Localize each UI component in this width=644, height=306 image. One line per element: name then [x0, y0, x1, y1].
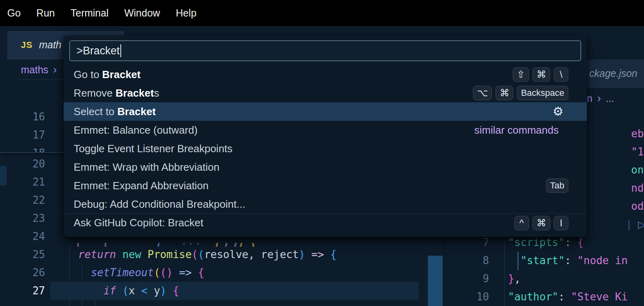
command-query-text: >Bracket: [76, 45, 120, 57]
command-label: Go to Bracket: [74, 68, 509, 81]
code-line: 25 return new Promise((resolve, reject) …: [0, 246, 444, 264]
keybinding-key-cmd: ⌘: [533, 216, 550, 230]
menu-item-go[interactable]: Go: [7, 7, 21, 19]
command-item[interactable]: Emmet: Balance (outward)similar commands: [64, 121, 587, 139]
command-label: Remove Brackets: [74, 87, 469, 99]
line-number: 25: [0, 246, 50, 264]
command-label: Emmet: Balance (outward): [74, 124, 475, 136]
code-line: 26 setTimeout(() => {: [0, 264, 444, 282]
command-item[interactable]: Emmet: Wrap with Abbreviation: [64, 158, 587, 176]
command-label: Debug: Add Conditional Breakpoint...: [74, 198, 568, 211]
command-item[interactable]: Toggle Event Listener Breakpoints: [64, 139, 587, 158]
keybinding-key-cmd: ⌘: [495, 86, 513, 100]
command-label: Toggle Event Listener Breakpoints: [74, 143, 568, 155]
line-number: 10: [445, 288, 489, 306]
line-number: 27: [0, 282, 50, 300]
command-label: Ask GitHub Copilot: Bracket: [74, 217, 511, 229]
keybinding-key-backslash: \: [554, 67, 568, 82]
code-line: 27 if (x < y) {: [0, 282, 444, 300]
command-item[interactable]: Remove Brackets⌥⌘Backspace: [64, 84, 587, 102]
clipped-glyph: [105, 243, 106, 247]
sticky-line-number: 18: [0, 144, 50, 153]
divider: [18, 79, 66, 80]
tab-label: math: [39, 39, 62, 51]
line-number: 22: [0, 191, 50, 209]
tab-label: ckage.json: [589, 68, 638, 79]
clipped-glyph: [197, 243, 199, 245]
command-palette: >Bracket Go to Bracket⇧⌘\Remove Brackets…: [64, 35, 587, 237]
code-line: 9},: [445, 270, 644, 288]
breadcrumb-item[interactable]: maths: [21, 64, 48, 76]
javascript-file-icon: JS: [21, 40, 33, 50]
command-label: Emmet: Expand Abbreviation: [74, 180, 543, 192]
breadcrumb-item[interactable]: n: [587, 93, 592, 104]
breadcrumb[interactable]: maths ›: [21, 61, 62, 78]
command-label: Emmet: Wrap with Abbreviation: [74, 161, 568, 174]
line-number: 20: [0, 155, 50, 173]
sticky-line-number: 16: [0, 108, 50, 126]
menu-item-help[interactable]: Help: [176, 7, 196, 19]
breadcrumb-more[interactable]: ...: [606, 93, 614, 104]
vscode-window: GoRunTerminalWindowHelp 161718 202122232…: [0, 0, 644, 306]
menu-item-terminal[interactable]: Terminal: [70, 7, 108, 19]
clipped-glyph: [190, 243, 192, 245]
clipped-glyph: [77, 243, 79, 247]
keybinding-key-shift: ⇧: [513, 67, 529, 82]
keybinding-key-Tab: Tab: [546, 178, 568, 193]
line-number: 21: [0, 173, 50, 191]
scrollbar-handle[interactable]: [428, 256, 443, 306]
tab-package-json[interactable]: ckage.json: [587, 60, 644, 88]
sticky-line-number: 17: [0, 126, 50, 144]
chevron-right-icon: ›: [53, 64, 57, 76]
menu-bar: GoRunTerminalWindowHelp: [0, 0, 644, 27]
command-item[interactable]: Emmet: Expand AbbreviationTab: [64, 176, 587, 195]
command-list: Go to Bracket⇧⌘\Remove Brackets⌥⌘Backspa…: [64, 65, 587, 232]
command-input[interactable]: >Bracket: [69, 40, 581, 61]
keybinding-key-opt: ⌥: [473, 86, 492, 100]
keybinding-key-Backspace: Backspace: [517, 86, 568, 100]
command-item[interactable]: Go to Bracket⇧⌘\: [64, 65, 587, 84]
similar-commands-link[interactable]: similar commands: [475, 124, 559, 136]
code-line: 10"author": "Steve Ki: [445, 288, 644, 306]
configure-keybinding-gear-icon[interactable]: ⚙: [553, 105, 564, 118]
clipped-glyph: [183, 243, 185, 245]
line-number: 24: [0, 227, 50, 246]
menu-item-window[interactable]: Window: [124, 7, 160, 19]
command-item[interactable]: Debug: Add Conditional Breakpoint...: [64, 195, 587, 213]
chevron-right-icon: ›: [597, 92, 601, 105]
command-label: Select to Bracket: [74, 105, 553, 118]
command-item[interactable]: Ask GitHub Copilot: Bracket^⌘I: [64, 213, 587, 232]
line-number: 9: [445, 270, 489, 288]
keybinding-key-ctrl: ^: [514, 216, 529, 230]
menu-item-run[interactable]: Run: [36, 7, 55, 19]
keybinding-key-I: I: [554, 216, 568, 230]
line-number: 8: [445, 252, 489, 270]
code-line: 8 "start": "node in: [445, 252, 644, 270]
command-item[interactable]: Select to Bracket⚙: [64, 102, 587, 121]
breadcrumb[interactable]: n › ...: [587, 90, 614, 107]
keybinding-key-cmd: ⌘: [533, 67, 550, 82]
line-number: 26: [0, 264, 50, 282]
text-cursor: [120, 44, 121, 57]
line-number: 23: [0, 209, 50, 227]
